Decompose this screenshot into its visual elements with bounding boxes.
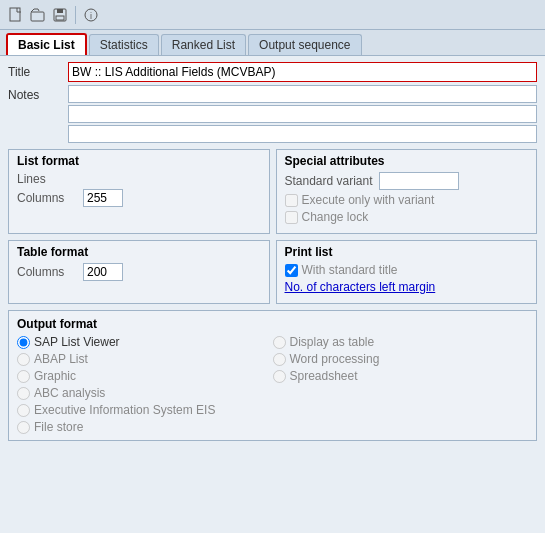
radio-display-as-table-label: Display as table xyxy=(290,335,375,349)
radio-abc-analysis-label: ABC analysis xyxy=(34,386,105,400)
columns-label: Columns xyxy=(17,191,77,205)
radio-eis-input[interactable] xyxy=(17,404,30,417)
main-content: Title Notes List format Lines Columns Sp… xyxy=(0,56,545,447)
table-columns-row: Columns xyxy=(17,263,261,281)
toolbar-separator xyxy=(75,6,76,24)
toolbar: i xyxy=(0,0,545,30)
radio-sap-list-viewer-label: SAP List Viewer xyxy=(34,335,120,349)
open-icon[interactable] xyxy=(28,5,48,25)
execute-only-checkbox[interactable] xyxy=(285,194,298,207)
radio-spreadsheet-input[interactable] xyxy=(273,370,286,383)
with-standard-title-checkbox[interactable] xyxy=(285,264,298,277)
radio-file-store: File store xyxy=(17,420,273,434)
radio-sap-list-viewer-input[interactable] xyxy=(17,336,30,349)
notes-row: Notes xyxy=(8,85,537,143)
lines-label: Lines xyxy=(17,172,77,186)
list-format-title: List format xyxy=(17,154,261,168)
radio-display-as-table: Display as table xyxy=(273,335,529,349)
new-icon[interactable] xyxy=(6,5,26,25)
radio-abap-list: ABAP List xyxy=(17,352,273,366)
special-attributes-panel: Special attributes Standard variant Exec… xyxy=(276,149,538,234)
svg-rect-0 xyxy=(10,8,20,21)
print-list-panel: Print list With standard title No. of ch… xyxy=(276,240,538,304)
radio-graphic: Graphic xyxy=(17,369,273,383)
change-lock-checkbox[interactable] xyxy=(285,211,298,224)
title-input[interactable] xyxy=(68,62,537,82)
special-attributes-title: Special attributes xyxy=(285,154,529,168)
columns-row: Columns xyxy=(17,189,261,207)
svg-text:i: i xyxy=(90,11,92,21)
output-format-left-col: SAP List Viewer ABAP List Graphic ABC an… xyxy=(17,335,273,434)
radio-spreadsheet-label: Spreadsheet xyxy=(290,369,358,383)
radio-file-store-input[interactable] xyxy=(17,421,30,434)
tabbar: Basic List Statistics Ranked List Output… xyxy=(0,30,545,56)
tab-statistics[interactable]: Statistics xyxy=(89,34,159,55)
tab-basic-list[interactable]: Basic List xyxy=(6,33,87,55)
radio-eis-label: Executive Information System EIS xyxy=(34,403,215,417)
standard-variant-label: Standard variant xyxy=(285,174,373,188)
notes-line-3[interactable] xyxy=(68,125,537,143)
table-format-panel: Table format Columns xyxy=(8,240,270,304)
with-standard-title-row: With standard title xyxy=(285,263,529,277)
radio-graphic-label: Graphic xyxy=(34,369,76,383)
table-format-title: Table format xyxy=(17,245,261,259)
radio-sap-list-viewer: SAP List Viewer xyxy=(17,335,273,349)
save-icon[interactable] xyxy=(50,5,70,25)
with-standard-title-label: With standard title xyxy=(302,263,398,277)
notes-line-1[interactable] xyxy=(68,85,537,103)
lines-row: Lines xyxy=(17,172,261,186)
execute-only-label: Execute only with variant xyxy=(302,193,435,207)
radio-display-as-table-input[interactable] xyxy=(273,336,286,349)
output-format-right-col: Display as table Word processing Spreads… xyxy=(273,335,529,434)
radio-spreadsheet: Spreadsheet xyxy=(273,369,529,383)
bottom-panels-row: Table format Columns Print list With sta… xyxy=(8,240,537,304)
tab-ranked-list[interactable]: Ranked List xyxy=(161,34,246,55)
radio-file-store-label: File store xyxy=(34,420,83,434)
output-format-title: Output format xyxy=(17,317,528,331)
standard-variant-row: Standard variant xyxy=(285,172,529,190)
radio-abap-list-label: ABAP List xyxy=(34,352,88,366)
notes-area xyxy=(68,85,537,143)
table-columns-input[interactable] xyxy=(83,263,123,281)
top-panels-row: List format Lines Columns Special attrib… xyxy=(8,149,537,234)
no-of-chars-row: No. of characters left margin xyxy=(285,280,529,294)
change-lock-row: Change lock xyxy=(285,210,529,224)
radio-eis: Executive Information System EIS xyxy=(17,403,273,417)
notes-line-2[interactable] xyxy=(68,105,537,123)
radio-abc-analysis: ABC analysis xyxy=(17,386,273,400)
svg-rect-4 xyxy=(56,16,64,20)
radio-abc-analysis-input[interactable] xyxy=(17,387,30,400)
svg-rect-1 xyxy=(31,12,44,21)
list-format-panel: List format Lines Columns xyxy=(8,149,270,234)
svg-rect-3 xyxy=(57,9,63,13)
radio-graphic-input[interactable] xyxy=(17,370,30,383)
print-list-title: Print list xyxy=(285,245,529,259)
no-of-chars-link[interactable]: No. of characters left margin xyxy=(285,280,436,294)
standard-variant-input[interactable] xyxy=(379,172,459,190)
tab-output-sequence[interactable]: Output sequence xyxy=(248,34,361,55)
columns-input[interactable] xyxy=(83,189,123,207)
execute-only-row: Execute only with variant xyxy=(285,193,529,207)
change-lock-label: Change lock xyxy=(302,210,369,224)
radio-abap-list-input[interactable] xyxy=(17,353,30,366)
output-format-grid: SAP List Viewer ABAP List Graphic ABC an… xyxy=(17,335,528,434)
title-row: Title xyxy=(8,62,537,82)
info-icon[interactable]: i xyxy=(81,5,101,25)
radio-word-processing-input[interactable] xyxy=(273,353,286,366)
radio-word-processing-label: Word processing xyxy=(290,352,380,366)
radio-word-processing: Word processing xyxy=(273,352,529,366)
notes-label: Notes xyxy=(8,85,68,102)
title-label: Title xyxy=(8,62,68,79)
output-format-section: Output format SAP List Viewer ABAP List … xyxy=(8,310,537,441)
table-columns-label: Columns xyxy=(17,265,77,279)
